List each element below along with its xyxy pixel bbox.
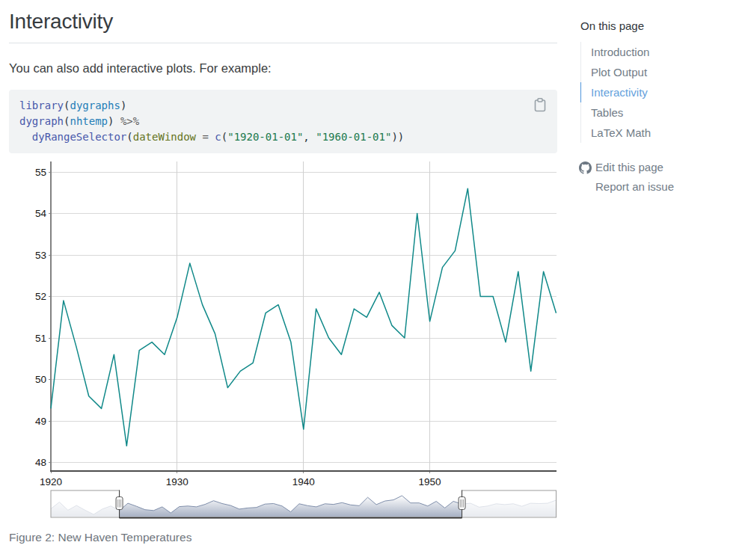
page: Interactivity You can also add interacti… [0,0,748,560]
y-tick-label: 53 [35,250,46,261]
icon-spacer [579,181,592,194]
y-tick-label: 55 [35,167,46,178]
title-divider [9,43,557,43]
y-tick-label: 50 [35,374,46,385]
range-veil-left[interactable] [51,490,120,517]
dygraph-chart[interactable]: 48495051525354551920193019401950 [0,156,561,527]
range-handle-left[interactable] [116,497,123,510]
y-tick-label: 52 [35,291,46,302]
toc-item-introduction[interactable]: Introduction [580,42,738,62]
toc-item-interactivity[interactable]: Interactivity [580,82,738,102]
on-this-page-nav: On this page IntroductionPlot OutputInte… [580,19,738,143]
report-an-issue-label: Report an issue [595,177,674,197]
edit-this-page-link[interactable]: Edit this page [579,158,674,177]
github-icon [579,161,592,174]
edit-this-page-label: Edit this page [595,158,663,177]
code-lines: library(dygraphs)dygraph(nhtemp) %>% dyR… [9,90,557,153]
page-tools: Edit this page Report an issue [579,158,674,197]
code-block: library(dygraphs)dygraph(nhtemp) %>% dyR… [9,90,557,153]
code-link[interactable]: dygraphs [70,99,120,111]
code-link[interactable]: nhtemp [70,115,108,127]
copy-code-button[interactable] [532,96,548,113]
intro-paragraph: You can also add interactive plots. For … [9,61,272,76]
toc-item-latex-math[interactable]: LaTeX Math [580,123,738,143]
y-tick-label: 51 [35,333,46,344]
range-handle-right[interactable] [459,497,465,510]
x-tick-label: 1940 [292,476,315,487]
x-tick-label: 1930 [166,476,188,487]
x-tick-label: 1920 [40,476,62,487]
y-tick-label: 48 [35,457,46,468]
toc-item-plot-output[interactable]: Plot Output [580,62,738,82]
x-tick-label: 1950 [419,476,441,487]
figure-caption: Figure 2: New Haven Temperatures [9,531,191,544]
toc-list: IntroductionPlot OutputInteractivityTabl… [580,42,738,143]
clipboard-icon [532,96,548,113]
y-tick-label: 54 [35,208,47,219]
toc-heading: On this page [580,19,738,32]
y-tick-label: 49 [35,416,46,427]
report-an-issue-link[interactable]: Report an issue [579,177,674,197]
range-veil-right[interactable] [462,490,557,517]
page-title: Interactivity [9,10,113,34]
toc-item-tables[interactable]: Tables [580,102,738,123]
